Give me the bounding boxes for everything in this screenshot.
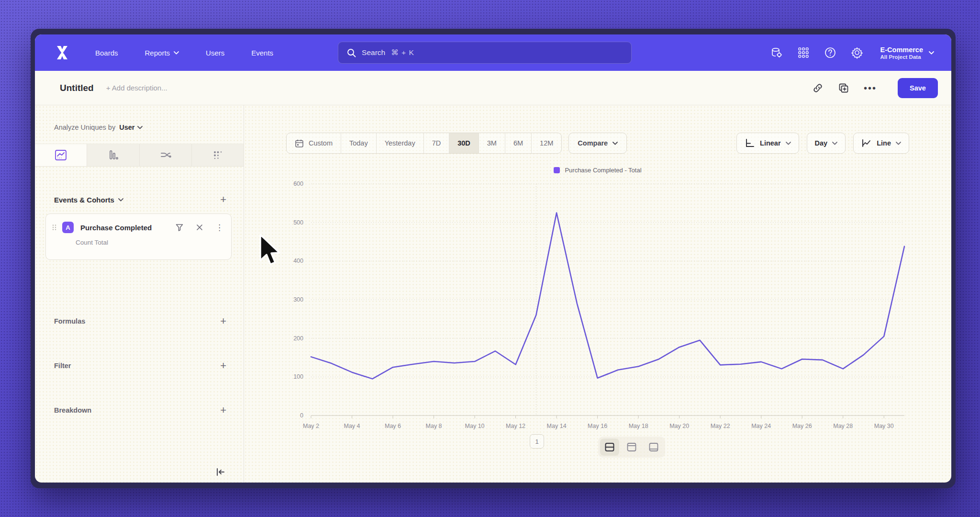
- range-today[interactable]: Today: [341, 133, 377, 153]
- x-axis-label: May 14: [547, 423, 567, 429]
- nav-item-users[interactable]: Users: [206, 49, 224, 57]
- x-axis-label: May 12: [506, 423, 525, 429]
- range-7d[interactable]: 7D: [424, 133, 450, 153]
- mixpanel-logo-icon[interactable]: [54, 45, 70, 61]
- analyze-entity-dropdown[interactable]: User: [119, 124, 143, 131]
- report-title[interactable]: Untitled: [60, 83, 94, 93]
- x-axis-label: May 2: [303, 423, 319, 429]
- event-card[interactable]: A Purchase Completed ⋮ Count Total: [45, 214, 232, 260]
- legend-swatch: [554, 167, 560, 173]
- chart-legend: Purchase Completed - Total: [244, 167, 951, 174]
- dots-grid-tab-icon: [211, 148, 225, 162]
- remove-event-icon[interactable]: [195, 223, 204, 232]
- filter-funnel-icon[interactable]: [175, 223, 184, 232]
- tab-insights-line[interactable]: [35, 144, 87, 166]
- range-custom[interactable]: Custom: [287, 133, 341, 153]
- range-6m[interactable]: 6M: [505, 133, 532, 153]
- event-menu-icon[interactable]: ⋮: [215, 224, 223, 232]
- bar-chart-tab-icon: [106, 148, 120, 162]
- copy-link-icon[interactable]: [812, 82, 824, 94]
- event-measurement[interactable]: Count Total: [76, 239, 223, 246]
- range-label: 3M: [487, 139, 497, 147]
- layout-panel-top-icon[interactable]: [622, 438, 641, 456]
- x-axis-label: May 18: [629, 423, 648, 429]
- add-formula-button[interactable]: +: [220, 315, 226, 327]
- compare-dropdown[interactable]: Compare: [568, 133, 627, 154]
- range-3m[interactable]: 3M: [479, 133, 505, 153]
- range-12m[interactable]: 12M: [532, 133, 561, 153]
- save-button[interactable]: Save: [898, 78, 938, 98]
- nav-item-events[interactable]: Events: [251, 49, 273, 57]
- events-cohorts-label: Events & Cohorts: [54, 196, 114, 204]
- x-axis-label: May 10: [465, 423, 485, 429]
- duplicate-icon[interactable]: [838, 82, 849, 94]
- project-switcher[interactable]: E-Commerce All Project Data: [880, 45, 934, 60]
- series-line: [311, 213, 904, 379]
- chart-panel: Custom Today Yesterday 7D 30D 3M 6M 12M …: [244, 105, 951, 483]
- x-axis-label: May 6: [385, 423, 401, 429]
- report-actions: ••• Save: [812, 78, 938, 98]
- add-breakdown-button[interactable]: +: [220, 404, 226, 416]
- scale-label: Linear: [760, 139, 781, 147]
- granularity-label: Day: [815, 139, 828, 147]
- x-axis-label: May 20: [669, 423, 689, 429]
- more-options-icon[interactable]: •••: [864, 86, 877, 90]
- help-icon[interactable]: [824, 46, 836, 59]
- pagination-badge[interactable]: 1: [530, 434, 544, 449]
- nav-item-label: Reports: [145, 49, 170, 57]
- granularity-dropdown[interactable]: Day: [807, 133, 846, 154]
- layout-panel-bottom-icon[interactable]: [644, 438, 663, 456]
- apps-grid-icon[interactable]: [797, 46, 810, 59]
- tab-retention-grid[interactable]: [192, 144, 244, 166]
- events-cohorts-toggle[interactable]: Events & Cohorts: [54, 196, 123, 204]
- nav-links: Boards Reports Users Events: [95, 49, 273, 57]
- drag-handle-icon[interactable]: [52, 224, 57, 231]
- calendar-icon: [295, 139, 304, 148]
- mouse-cursor: [257, 233, 282, 271]
- layout-split-horizontal-icon[interactable]: [600, 438, 619, 456]
- chart-type-dropdown[interactable]: Line: [853, 133, 909, 154]
- nav-item-reports[interactable]: Reports: [145, 49, 179, 57]
- chevron-down-icon: [137, 126, 143, 129]
- data-management-icon[interactable]: [770, 46, 783, 59]
- y-axis-label: 600: [293, 180, 303, 187]
- flow-tab-icon: [158, 148, 173, 162]
- tab-bar-chart[interactable]: [87, 144, 139, 166]
- project-name: E-Commerce: [880, 45, 923, 54]
- project-subtitle: All Project Data: [880, 54, 923, 60]
- add-filter-button[interactable]: +: [220, 360, 226, 372]
- search-placeholder: Search: [362, 48, 385, 57]
- chart-type-label: Line: [877, 139, 891, 147]
- event-name[interactable]: Purchase Completed: [80, 224, 152, 232]
- scale-dropdown[interactable]: Linear: [736, 133, 799, 154]
- events-cohorts-header: Events & Cohorts +: [54, 193, 226, 206]
- collapse-sidebar-icon[interactable]: [214, 466, 226, 478]
- filter-section: Filter +: [54, 360, 226, 372]
- x-axis-label: May 24: [751, 423, 771, 429]
- search-input[interactable]: Search ⌘ + K: [338, 42, 632, 64]
- range-label: 7D: [432, 139, 441, 147]
- nav-item-boards[interactable]: Boards: [95, 49, 118, 57]
- formulas-label: Formulas: [54, 317, 85, 325]
- linear-axis-icon: [745, 138, 755, 148]
- line-chart-tab-icon: [54, 148, 68, 162]
- add-event-button[interactable]: +: [220, 193, 226, 206]
- range-label: 6M: [513, 139, 523, 147]
- y-axis-label: 400: [293, 258, 303, 264]
- y-axis-label: 0: [300, 412, 303, 419]
- range-30d[interactable]: 30D: [449, 133, 479, 153]
- settings-gear-icon[interactable]: [851, 46, 863, 59]
- search-icon: [347, 48, 356, 57]
- event-series-badge: A: [62, 222, 74, 233]
- range-yesterday[interactable]: Yesterday: [377, 133, 424, 153]
- tab-flow[interactable]: [140, 144, 192, 166]
- date-range-group: Custom Today Yesterday 7D 30D 3M 6M 12M: [286, 133, 562, 154]
- range-label: Today: [349, 139, 368, 147]
- range-label: Yesterday: [385, 139, 415, 147]
- x-axis-label: May 26: [792, 423, 812, 429]
- legend-label: Purchase Completed - Total: [565, 167, 641, 174]
- chevron-down-icon: [118, 198, 123, 202]
- line-chart[interactable]: 0100200300400500600May 2May 4May 6May 8M…: [282, 177, 924, 445]
- range-label: 12M: [540, 139, 553, 147]
- add-description-field[interactable]: + Add description...: [106, 84, 167, 92]
